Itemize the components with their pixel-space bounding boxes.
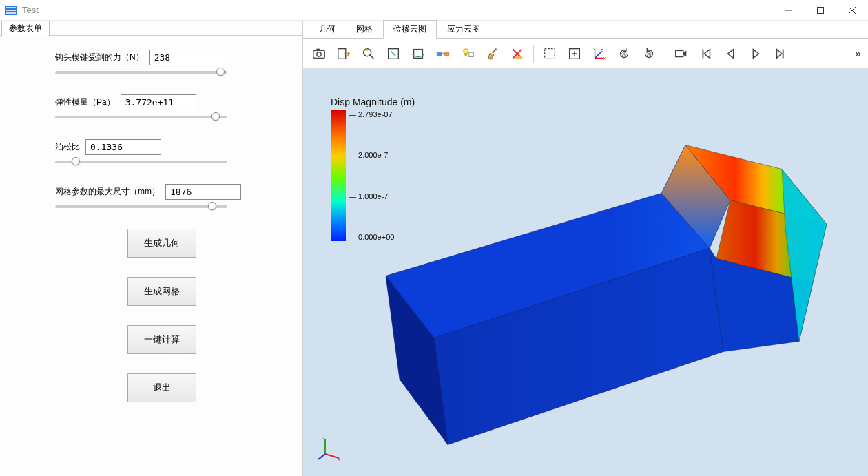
exit-button[interactable]: 退出 xyxy=(127,373,196,402)
frame-prev-icon[interactable] xyxy=(719,42,743,65)
svg-line-31 xyxy=(325,454,339,458)
axis-triad-icon: x z xyxy=(317,435,344,462)
svg-line-33 xyxy=(318,454,325,459)
toolbar-overflow[interactable]: » xyxy=(852,48,864,60)
svg-rect-9 xyxy=(437,52,442,56)
window-title: Test xyxy=(22,5,39,15)
rotate-ccw-icon[interactable]: 90 xyxy=(612,42,636,65)
minimize-icon xyxy=(785,7,792,14)
close-icon xyxy=(849,7,856,14)
svg-text:x: x xyxy=(338,457,340,462)
frame-first-icon[interactable] xyxy=(694,42,718,65)
poisson-input[interactable] xyxy=(85,139,161,155)
compute-button[interactable]: 一键计算 xyxy=(127,325,196,354)
force-slider[interactable] xyxy=(55,71,227,74)
tab-geometry[interactable]: 几何 xyxy=(309,20,346,39)
force-label: 钩头楔键受到的力（N） xyxy=(55,52,144,63)
svg-rect-13 xyxy=(469,52,473,56)
tab-stress[interactable]: 应力云图 xyxy=(437,20,490,39)
record-icon[interactable] xyxy=(670,42,693,65)
meshsize-label: 网格参数的最大尺寸（mm） xyxy=(55,186,160,198)
param-meshsize: 网格参数的最大尺寸（mm） xyxy=(55,184,268,208)
axes-icon[interactable]: YXZ xyxy=(588,42,611,65)
legend-colorbar xyxy=(331,110,346,241)
svg-text:Z: Z xyxy=(601,48,603,52)
svg-rect-15 xyxy=(545,48,555,59)
right-panel: 几何 网格 位移云图 应力云图 YXZ 90 90 xyxy=(303,21,868,476)
viewport-3d[interactable]: Disp Magnitude (m) 2.793e-07 2.000e-7 1.… xyxy=(303,69,868,476)
svg-rect-4 xyxy=(316,48,320,50)
toolbar-separator-2 xyxy=(665,45,665,63)
tab-mesh[interactable]: 网格 xyxy=(346,20,383,39)
tab-disp[interactable]: 位移云图 xyxy=(383,20,437,39)
camera-icon[interactable] xyxy=(307,42,331,65)
force-input[interactable] xyxy=(149,50,225,65)
svg-rect-22 xyxy=(676,50,683,56)
titlebar: Test xyxy=(0,0,868,21)
param-force: 钩头楔键受到的力（N） xyxy=(55,50,268,74)
svg-text:X: X xyxy=(603,56,606,61)
svg-text:Y: Y xyxy=(593,46,596,50)
lightbulb-icon[interactable] xyxy=(456,42,479,65)
rotate-cw-icon[interactable]: 90 xyxy=(637,42,661,65)
param-form: 钩头楔键受到的力（N） 弹性模量（Pa） 泊松比 xyxy=(0,36,302,402)
view-toolbar: YXZ 90 90 » xyxy=(303,39,868,69)
svg-text:z: z xyxy=(322,435,325,440)
frame-next-icon[interactable] xyxy=(769,42,792,65)
gen-mesh-button[interactable]: 生成网格 xyxy=(127,277,196,306)
toolbar-separator xyxy=(533,45,534,63)
maximize-button[interactable] xyxy=(805,0,836,21)
frame-play-icon[interactable] xyxy=(744,42,767,65)
rotate-box-icon[interactable] xyxy=(406,42,430,65)
svg-rect-1 xyxy=(818,7,824,13)
camera-link-icon[interactable] xyxy=(431,42,455,65)
select-rect-icon[interactable] xyxy=(538,42,561,65)
modulus-slider[interactable] xyxy=(55,116,227,118)
meshsize-input[interactable] xyxy=(165,184,241,200)
modulus-input[interactable] xyxy=(121,94,196,110)
gen-geometry-button[interactable]: 生成几何 xyxy=(127,229,196,258)
param-poisson: 泊松比 xyxy=(55,139,268,163)
color-legend: Disp Magnitude (m) 2.793e-07 2.000e-7 1.… xyxy=(331,96,415,241)
legend-ticks: 2.793e-07 2.000e-7 1.000e-7 0.000e+00 xyxy=(349,110,394,241)
fit-view-icon[interactable] xyxy=(563,42,586,65)
delete-x-icon[interactable] xyxy=(506,42,529,65)
svg-rect-10 xyxy=(444,52,449,56)
legend-max: 2.793e-07 xyxy=(349,110,394,118)
legend-title: Disp Magnitude (m) xyxy=(331,96,415,107)
legend-t1: 1.000e-7 xyxy=(349,192,394,200)
panel-tab-bar: 参数表单 xyxy=(0,21,302,36)
svg-text:90: 90 xyxy=(646,51,652,56)
zoom-auto-icon[interactable] xyxy=(357,42,380,65)
param-modulus: 弹性模量（Pa） xyxy=(55,94,268,118)
paintbrush-icon[interactable] xyxy=(481,42,504,65)
view-tabs: 几何 网格 位移云图 应力云图 xyxy=(303,21,868,39)
left-panel: 参数表单 钩头楔键受到的力（N） 弹性模量（Pa） 泊松比 xyxy=(0,21,303,476)
modulus-label: 弹性模量（Pa） xyxy=(55,96,115,108)
svg-point-3 xyxy=(317,52,321,56)
svg-text:90: 90 xyxy=(621,51,627,56)
legend-min: 0.000e+00 xyxy=(349,233,394,241)
poisson-slider[interactable] xyxy=(55,161,227,163)
svg-rect-14 xyxy=(515,56,522,59)
meshsize-slider[interactable] xyxy=(55,205,227,208)
legend-t2: 2.000e-7 xyxy=(349,151,394,159)
svg-rect-12 xyxy=(464,54,467,56)
tab-param-form[interactable]: 参数表单 xyxy=(1,21,50,37)
export-icon[interactable] xyxy=(332,42,355,65)
app-icon xyxy=(4,3,18,17)
zoom-box-icon[interactable] xyxy=(382,42,405,65)
poisson-label: 泊松比 xyxy=(55,141,80,153)
svg-point-11 xyxy=(464,48,468,53)
close-button[interactable] xyxy=(836,0,868,21)
minimize-button[interactable] xyxy=(773,0,805,21)
maximize-icon xyxy=(817,7,824,14)
